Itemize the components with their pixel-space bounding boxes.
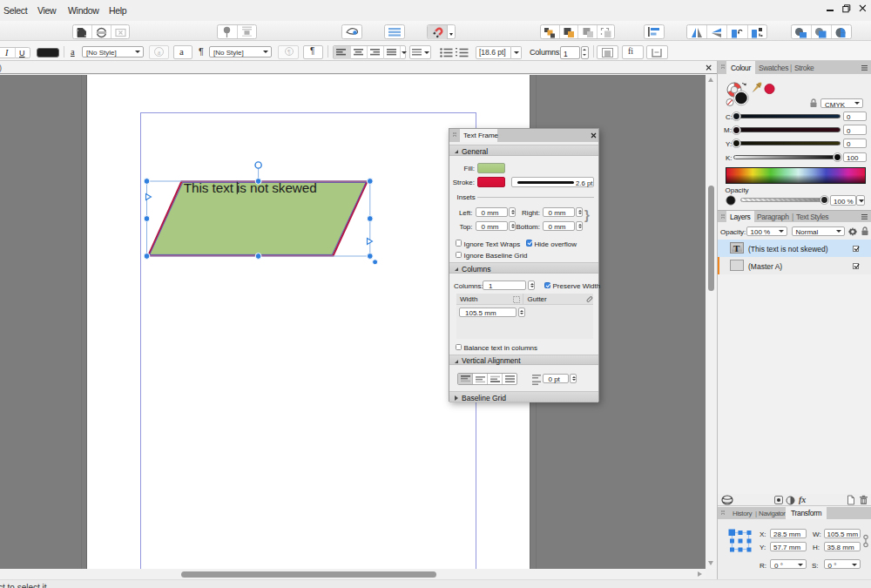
- svg-text:This text is not skewed: This text is not skewed: [184, 180, 317, 195]
